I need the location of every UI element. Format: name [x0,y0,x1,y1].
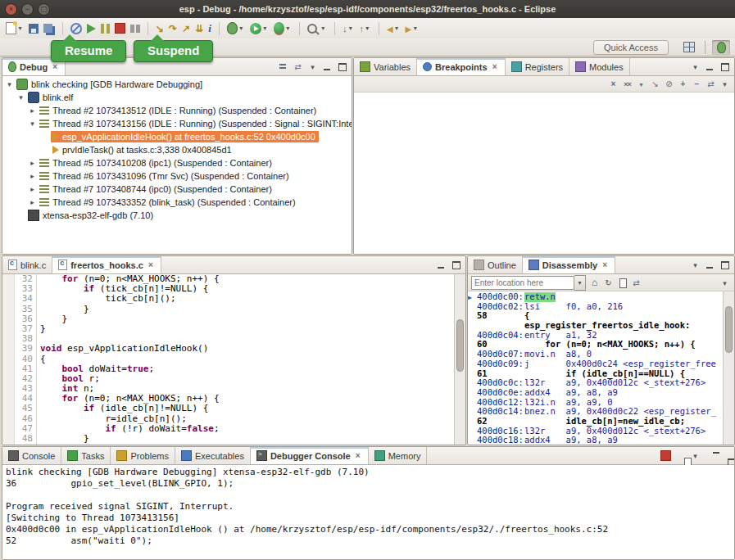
skip-all-breakpoints-icon[interactable] [663,78,675,90]
dropdown-arrow-icon[interactable] [393,25,401,32]
minimize-icon[interactable] [704,259,716,271]
expander-arrow-icon[interactable] [27,120,38,128]
maximize-icon[interactable] [719,259,731,271]
new-wizard-button[interactable] [4,20,25,37]
tab-memory[interactable]: Memory [369,447,428,464]
view-menu-icon[interactable] [719,78,731,90]
terminate-button[interactable] [113,20,127,37]
terminate-icon[interactable] [660,449,672,462]
separator[interactable] [330,20,339,37]
dropdown-arrow-icon[interactable] [261,25,269,32]
maximize-icon[interactable] [719,449,731,462]
close-tab-icon[interactable] [147,260,155,269]
next-annotation-button[interactable] [341,20,356,37]
view-menu-icon[interactable] [689,61,701,73]
tab-variables[interactable]: Variables [354,58,417,75]
debug-button[interactable] [225,20,247,37]
view-menu-icon[interactable] [689,259,701,271]
search-button[interactable] [306,20,329,37]
frame-idlehook-item[interactable]: esp_vApplicationIdleHook() at freertos_h… [2,130,352,143]
run-button[interactable] [248,20,270,37]
expander-arrow-icon[interactable] [27,198,38,206]
expander-arrow-icon[interactable] [27,159,38,167]
frame-prvidletask-item[interactable]: prvIdleTask() at tasks.c:3,338 0x400845d… [2,143,352,156]
open-perspective-button[interactable] [680,40,698,55]
dropdown-arrow-icon[interactable] [284,25,292,32]
expander-arrow-icon[interactable] [27,106,38,115]
back-button[interactable] [385,20,402,37]
minimize-icon[interactable] [704,61,716,73]
link-with-active-context-icon[interactable] [630,277,642,289]
separator[interactable] [215,20,224,37]
scrollbar-thumb[interactable] [456,319,464,372]
tab-problems[interactable]: Problems [111,447,175,464]
link-with-debug-icon[interactable] [705,78,717,90]
dropdown-arrow-icon[interactable] [16,25,24,32]
view-menu-icon[interactable] [719,277,731,289]
console-output[interactable]: blink checking [GDB Hardware Debugging] … [2,465,734,559]
suspend-button[interactable] [99,20,111,37]
location-dropdown-icon[interactable] [574,275,586,291]
close-tab-icon[interactable] [491,62,499,71]
view-menu-icon[interactable] [689,449,701,462]
expander-arrow-icon[interactable] [27,172,38,180]
launch-item[interactable]: blink checking [GDB Hardware Debugging] [2,78,352,91]
scrollbar-thumb[interactable] [725,306,733,353]
open-console-icon[interactable] [674,449,687,462]
thread-5-item[interactable]: Thread #5 1073410208 (ipc1) (Suspended :… [2,156,352,169]
dropdown-arrow-icon[interactable] [238,25,245,32]
tab-console[interactable]: Console [2,447,61,464]
close-window-button[interactable]: × [5,3,17,16]
save-button[interactable] [27,20,40,37]
dropdown-arrow-icon[interactable] [347,25,354,32]
dropdown-arrow-icon[interactable] [411,25,419,32]
gdb-item[interactable]: xtensa-esp32-elf-gdb (7.10) [2,209,352,222]
maximize-icon[interactable] [719,61,731,73]
tab-outline[interactable]: Outline [468,256,523,273]
thread-6-item[interactable]: Thread #6 1073431096 (Tmr Svc) (Suspende… [2,169,352,183]
tab-freertos-hooks-c[interactable]: freertos_hooks.c [52,256,161,273]
tab-debugger-console[interactable]: Debugger Console [251,447,369,464]
step-return-button[interactable] [180,20,192,37]
tab-blink-c[interactable]: blink.c [2,256,52,273]
minimize-icon[interactable] [321,61,333,73]
minimize-window-button[interactable]: − [21,3,34,16]
expander-arrow-icon[interactable] [4,80,15,88]
expander-arrow-icon[interactable] [27,185,38,193]
save-all-button[interactable] [42,20,57,37]
annotation-ruler[interactable] [2,274,15,445]
close-tab-icon[interactable] [601,260,609,269]
debug-perspective-button[interactable] [712,40,730,55]
debug-tree[interactable]: blink checking [GDB Hardware Debugging] … [2,76,352,254]
dropdown-arrow-icon[interactable] [320,25,327,32]
minimize-icon[interactable] [435,259,447,271]
view-menu-icon[interactable] [306,61,319,73]
disassembly-listing[interactable]: 400d0c00: retw.n 400d0c02: lsi f0, a0, 2… [468,291,734,445]
collapse-all-icon[interactable] [691,78,703,90]
close-tab-icon[interactable] [51,62,59,71]
tab-tasks[interactable]: Tasks [61,447,111,464]
breakpoints-list-area[interactable] [354,93,734,254]
show-supported-breakpoints-icon[interactable] [635,78,647,90]
tab-breakpoints[interactable]: Breakpoints [417,58,506,75]
remove-all-breakpoints-icon[interactable] [621,78,633,90]
goto-file-icon[interactable] [649,78,661,90]
tab-executables[interactable]: Executables [175,447,251,464]
minimize-icon[interactable] [704,449,716,462]
show-source-icon[interactable] [616,277,628,289]
code-area[interactable]: for (n=0; n<MAX_HOOKS; n++) { if (tick_c… [37,274,454,445]
forward-button[interactable] [404,20,421,37]
disconnect-button[interactable] [129,20,142,37]
thread-7-item[interactable]: Thread #7 1073408744 (ipc0) (Suspended :… [2,183,352,196]
step-over-button[interactable] [167,20,179,37]
close-tab-icon[interactable] [354,451,362,460]
maximize-window-button[interactable]: ▢ [38,3,50,16]
expand-all-icon[interactable] [677,78,689,90]
editor-scrollbar[interactable] [454,274,465,445]
location-input[interactable] [471,276,574,290]
thread-2-item[interactable]: Thread #2 1073413512 (IDLE : Running) (S… [2,104,352,117]
process-item[interactable]: blink.elf [2,91,352,104]
link-with-editor-icon[interactable] [292,61,304,73]
resume-button[interactable] [85,20,98,37]
tab-registers[interactable]: Registers [506,58,569,75]
